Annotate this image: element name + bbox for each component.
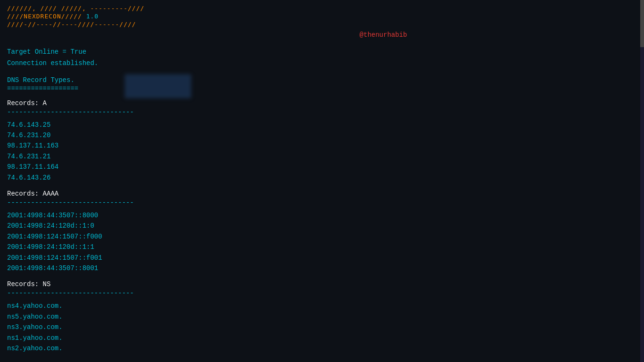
status-section: Target Online = True Connection establis… bbox=[7, 48, 637, 67]
records-ns-label: Records: NS bbox=[7, 280, 637, 288]
records-a-separator: -------------------------------- bbox=[7, 108, 637, 116]
record-ns-item: ns1.yahoo.com. bbox=[7, 333, 637, 343]
records-a-label: Records: A bbox=[7, 99, 637, 107]
dns-section: DNS Record Types. ================== Rec… bbox=[7, 76, 637, 354]
record-aaaa-item: 2001:4998:124:1507::f001 bbox=[7, 253, 637, 263]
records-a-items: 74.6.143.2574.6.231.2098.137.11.16374.6.… bbox=[7, 120, 637, 183]
target-online-status: Target Online = True bbox=[7, 48, 637, 56]
record-a-item: 98.137.11.163 bbox=[7, 140, 637, 151]
record-aaaa-item: 2001:4998:24:120d::1:1 bbox=[7, 242, 637, 252]
record-a-item: 74.6.143.26 bbox=[7, 173, 637, 183]
record-a-item: 74.6.231.20 bbox=[7, 130, 637, 140]
record-aaaa-item: 2001:4998:124:1507::f000 bbox=[7, 231, 637, 242]
record-aaaa-item: 2001:4998:24:120d::1:0 bbox=[7, 221, 637, 231]
record-ns-item: ns3.yahoo.com. bbox=[7, 322, 637, 332]
record-ns-item: ns5.yahoo.com. bbox=[7, 312, 637, 322]
records-aaaa-label: Records: AAAA bbox=[7, 190, 637, 197]
censored-input-area bbox=[125, 74, 191, 98]
records-a-section: Records: A -----------------------------… bbox=[7, 99, 637, 183]
records-aaaa-section: Records: AAAA --------------------------… bbox=[7, 190, 637, 273]
records-aaaa-items: 2001:4998:44:3507::80002001:4998:24:120d… bbox=[7, 210, 637, 273]
record-a-item: 74.6.231.21 bbox=[7, 151, 637, 162]
record-a-item: 74.6.143.25 bbox=[7, 120, 637, 130]
author-text: @thenurhabib bbox=[130, 31, 637, 39]
records-ns-separator: -------------------------------- bbox=[7, 289, 637, 297]
record-ns-item: ns4.yahoo.com. bbox=[7, 301, 637, 311]
main-container: //////, //// /////, ---------//// ////NE… bbox=[0, 0, 644, 362]
records-aaaa-separator: -------------------------------- bbox=[7, 199, 637, 206]
connection-established-text: Connection established. bbox=[7, 59, 637, 67]
records-ns-section: Records: NS ----------------------------… bbox=[7, 280, 637, 354]
logo-container: //////, //// /////, ---------//// ////NE… bbox=[7, 5, 637, 29]
scrollbar[interactable] bbox=[640, 0, 644, 362]
dns-title: DNS Record Types. bbox=[7, 76, 637, 84]
scrollbar-thumb[interactable] bbox=[640, 0, 644, 47]
record-aaaa-item: 2001:4998:44:3507::8001 bbox=[7, 263, 637, 273]
record-ns-item: ns2.yahoo.com. bbox=[7, 343, 637, 354]
record-aaaa-item: 2001:4998:44:3507::8000 bbox=[7, 210, 637, 221]
dns-separator: ================== bbox=[7, 85, 637, 92]
record-a-item: 98.137.11.164 bbox=[7, 162, 637, 172]
logo-art: //////, //// /////, ---------//// ////NE… bbox=[7, 5, 637, 29]
records-ns-items: ns4.yahoo.com.ns5.yahoo.com.ns3.yahoo.co… bbox=[7, 301, 637, 354]
